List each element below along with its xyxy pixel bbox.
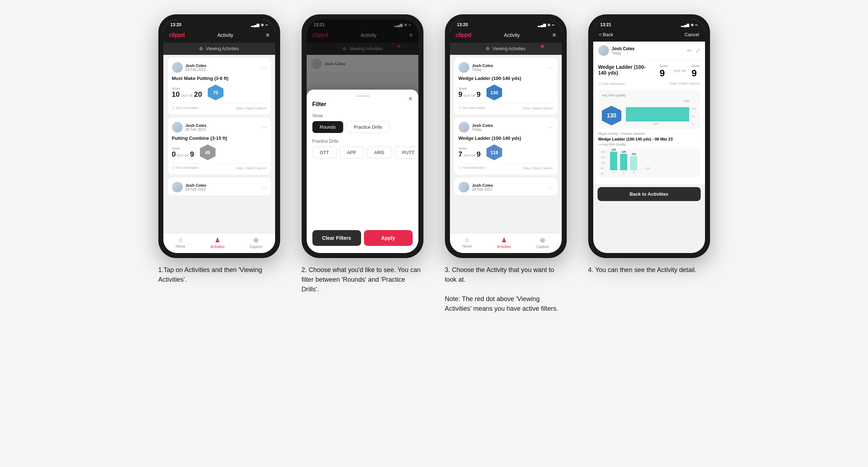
rounds-pill-2[interactable]: Rounds <box>312 121 344 133</box>
activity-card-1-1[interactable]: Josh Coles 28 Feb 2023 ··· Must Make Put… <box>168 58 271 115</box>
bar-group-4-2: 129 2 <box>620 151 627 173</box>
user-date-1-2: 28 Feb 2023 <box>186 128 207 132</box>
wifi-icon-4: ⊕ <box>691 23 694 27</box>
dots-menu-3-2[interactable]: ··· <box>549 124 553 130</box>
nav-home-1[interactable]: ⌂ Home <box>176 236 186 249</box>
detail-bar-chart-4: 140 120 100 80 60 132 <box>598 148 700 177</box>
shots-value-1-1: 20 <box>194 90 202 99</box>
nav-capture-1[interactable]: ⊕ Capture <box>250 236 263 249</box>
activities-icon-1: ♟ <box>215 236 220 244</box>
status-icons-1: ▂▄▆ ⊕ ▪▪ <box>251 23 268 27</box>
status-bar-4: 13:21 ▂▄▆ ⊕ ▪▪ <box>593 19 705 29</box>
nav-activities-1[interactable]: ♟ Activities <box>210 236 224 249</box>
nav-activities-3[interactable]: ♟ Activities <box>497 236 511 249</box>
cancel-btn-4[interactable]: Cancel <box>685 32 699 37</box>
activity-card-1-3[interactable]: Josh Coles 28 Feb 2023 ··· <box>168 177 271 195</box>
app-logo-3: clippd <box>456 32 471 38</box>
filter-handle-2 <box>355 95 370 97</box>
bar-group-4-3: 124 3 <box>630 153 637 173</box>
dashed-line-label-4: - - - 124 <box>640 167 650 170</box>
shots-value-1-2: 9 <box>190 150 194 158</box>
dots-menu-1-2[interactable]: ··· <box>262 124 267 130</box>
score-label-3-2: Score <box>459 147 481 150</box>
avatar-3-3 <box>459 182 469 192</box>
filter-close-btn-2[interactable]: ✕ <box>408 95 413 102</box>
back-to-activities-btn-4[interactable]: Back to Activities <box>598 187 701 201</box>
nav-capture-3[interactable]: ⊕ Capture <box>536 236 549 249</box>
sq-badge-1-2: 45 <box>200 144 216 160</box>
app-pill-2[interactable]: APP <box>340 147 364 158</box>
battery-icon-3: ▪▪ <box>552 23 554 27</box>
session-subtitle-4: •·• Avg Shot Quality <box>598 143 700 146</box>
viewing-banner-3[interactable]: ⚙ Viewing Activities <box>450 43 562 55</box>
time-1: 13:20 <box>171 22 182 27</box>
putt-pill-2[interactable]: PUTT <box>395 147 418 158</box>
user-date-3-3: 28 Feb 2023 <box>472 187 493 191</box>
detail-main-4: Wedge Ladder (100-140 yds) Score 9 OUT O… <box>593 60 705 184</box>
y-60: 60 <box>601 172 605 175</box>
footer-data-3-2: Data: Clippd Capture <box>523 166 553 170</box>
phone1-container: 13:20 ▂▄▆ ⊕ ▪▪ clippd Activity ≡ <box>153 14 286 285</box>
dots-menu-1-1[interactable]: ··· <box>262 65 267 70</box>
back-btn-4[interactable]: < Back <box>599 32 613 37</box>
activity-card-1-2[interactable]: Josh Coles 28 Feb 2023 ··· Putting Combi… <box>168 118 271 175</box>
home-label-3: Home <box>462 244 472 248</box>
activity-card-3-3[interactable]: Josh Coles 28 Feb 2023 ··· <box>454 177 557 195</box>
card-user-1-1: Josh Coles 28 Feb 2023 <box>172 62 207 73</box>
capture-icon-3: ⊕ <box>540 236 545 244</box>
clear-filters-btn-2[interactable]: Clear Filters <box>312 230 361 246</box>
card-title-3-1: Wedge Ladder (100-140 yds) <box>459 76 553 81</box>
signal-icon-1: ▂▄▆ <box>251 23 259 27</box>
detail-user-name-4: Josh Coles <box>612 46 635 51</box>
bar-group-4-1: 132 1 <box>610 148 617 173</box>
dots-menu-3-1[interactable]: ··· <box>549 65 553 70</box>
dots-menu-3-3[interactable]: ··· <box>549 184 553 190</box>
dots-menu-1-3[interactable]: ··· <box>262 184 267 190</box>
battery-icon-4: ▪▪ <box>695 23 697 27</box>
edit-icon-4[interactable]: ✏ <box>687 47 692 54</box>
outof-1-2: OUT OF <box>177 154 189 157</box>
chart-bar-4-1 <box>626 107 689 121</box>
footer-info-1-1: ⓘ Test Information <box>172 106 199 110</box>
capture-icon-1: ⊕ <box>253 236 259 244</box>
activity-card-3-2[interactable]: Josh Coles Today ··· Wedge Ladder (100-1… <box>454 118 557 175</box>
time-3: 13:20 <box>457 22 468 27</box>
activities-label-3: Activities <box>497 245 511 249</box>
drill-name-4: Wedge Ladder (100-140 yds) <box>598 64 648 76</box>
battery-icon-1: ▪▪ <box>265 23 268 27</box>
avg-sq-label-4: Avg Shot Quality <box>602 94 696 97</box>
outof-3-1: OUT OF <box>464 94 476 97</box>
bottom-nav-3: ⌂ Home ♟ Activities ⊕ Capture <box>450 233 562 253</box>
hamburger-icon-1[interactable]: ≡ <box>266 32 269 38</box>
viewing-activities-label-1: Viewing Activities <box>206 46 239 51</box>
wifi-icon-1: ⊕ <box>261 23 264 27</box>
filter-actions-2: Clear Filters Apply <box>312 230 413 246</box>
viewing-banner-1[interactable]: ⚙ Viewing Activities <box>163 43 275 55</box>
app-nav-1: clippd Activity ≡ <box>163 29 275 43</box>
expand-icon-4[interactable]: ⤢ <box>695 47 700 54</box>
card-user-3-3: Josh Coles 28 Feb 2023 <box>459 182 493 192</box>
user-name-3-3: Josh Coles <box>472 183 493 187</box>
arg-pill-2[interactable]: ARG <box>367 147 392 158</box>
sq-badge-3-1: 130 <box>486 85 502 100</box>
user-name-3-2: Josh Coles <box>472 123 493 128</box>
apply-btn-2[interactable]: Apply <box>364 230 413 246</box>
detail-outof-4: OUT OF <box>674 64 686 73</box>
gear-icon-3: ⚙ <box>486 46 490 51</box>
activity-card-3-1[interactable]: Josh Coles Today ··· Wedge Ladder (100-1… <box>454 58 557 115</box>
practice-drills-pill-2[interactable]: Practice Drills <box>346 121 389 133</box>
avatar-1-1 <box>172 62 183 73</box>
card-user-3-1: Josh Coles Today <box>459 62 493 73</box>
caption-4: 4. You can then see the Activity detail. <box>588 265 710 275</box>
nav-home-3[interactable]: ⌂ Home <box>462 236 472 249</box>
ott-pill-2[interactable]: OTT <box>312 147 337 158</box>
detail-test-info-4: ⓘ Test Information <box>598 82 625 86</box>
phone4-container: 13:21 ▂▄▆ ⊕ ▪▪ < Back Cancel <box>583 14 715 275</box>
detail-score-4: 9 <box>660 68 668 79</box>
show-pills-2: Rounds Practice Drills <box>312 121 413 133</box>
app-nav-title-3: Activity <box>504 32 520 38</box>
user-date-1-1: 28 Feb 2023 <box>186 68 207 72</box>
hamburger-icon-3[interactable]: ≡ <box>552 32 556 38</box>
y-120: 120 <box>601 156 605 158</box>
score-value-3-2: 7 <box>459 150 462 158</box>
